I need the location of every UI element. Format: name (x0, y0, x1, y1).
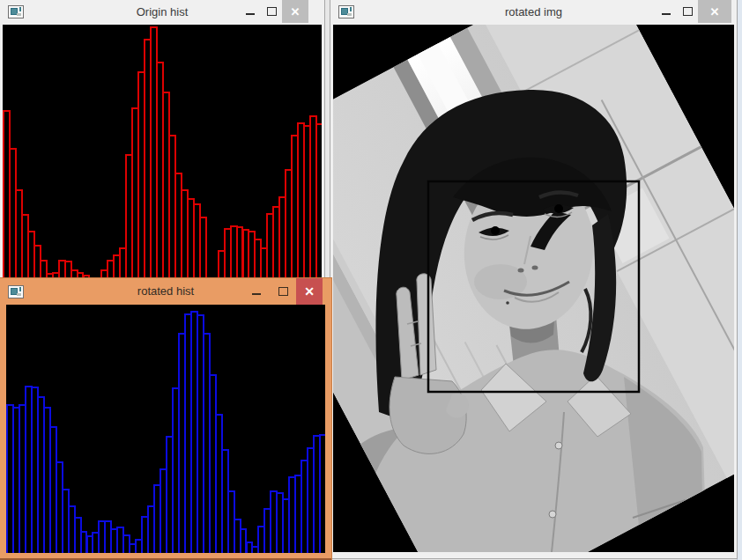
titlebar-origin-hist[interactable]: Origin hist ✕ (0, 0, 324, 25)
window-icon (338, 5, 354, 18)
desktop: Origin hist ✕ rotated img ✕ (0, 0, 742, 560)
rotated-image-canvas (333, 25, 734, 552)
minimize-button[interactable] (240, 0, 261, 23)
minimize-button[interactable] (656, 0, 677, 23)
close-button[interactable]: ✕ (282, 0, 308, 23)
icon-dash (17, 293, 21, 296)
shirt-button (555, 442, 562, 449)
background-window-edge (737, 0, 742, 560)
rotated-histogram-canvas (6, 305, 325, 553)
maximize-icon (267, 7, 277, 16)
icon-tick (19, 287, 21, 291)
origin-histogram-canvas (3, 25, 322, 299)
window-rotated-img: rotated img ✕ (330, 0, 737, 558)
titlebar-rotated-hist[interactable]: rotated hist ✕ (0, 278, 331, 305)
window-rotated-hist: rotated hist ✕ (0, 278, 331, 560)
icon-tick (19, 7, 21, 11)
icon-dash (17, 13, 21, 16)
window-icon (8, 285, 24, 298)
maximize-icon (683, 7, 693, 16)
window-icon (8, 5, 24, 18)
window-origin-hist: Origin hist ✕ (0, 0, 324, 305)
maximize-button[interactable] (261, 0, 282, 23)
minimize-icon (662, 13, 671, 15)
minimize-icon (246, 13, 255, 15)
icon-tick (350, 7, 352, 11)
maximize-icon (278, 287, 288, 296)
minimize-button[interactable] (243, 278, 270, 305)
shirt-button (549, 511, 556, 518)
minimize-icon (252, 293, 261, 295)
close-button[interactable]: ✕ (698, 0, 731, 23)
maximize-button[interactable] (270, 278, 296, 305)
hist-bar (319, 434, 325, 553)
rotated-photo-scene (333, 25, 734, 552)
hist-bar (315, 123, 322, 299)
beauty-mark (506, 301, 509, 305)
maximize-button[interactable] (677, 0, 698, 23)
rotated-photo (333, 25, 734, 552)
close-button[interactable]: ✕ (296, 278, 323, 305)
titlebar-rotated-img[interactable]: rotated img ✕ (330, 0, 737, 25)
icon-dash (347, 13, 352, 16)
